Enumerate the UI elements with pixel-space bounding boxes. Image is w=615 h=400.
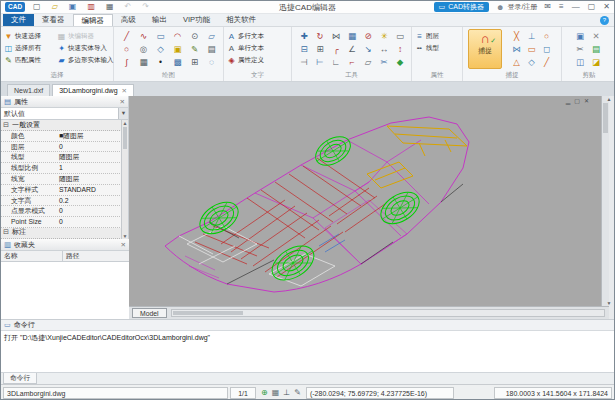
mdi-restore-icon[interactable]: ▢ <box>574 97 580 104</box>
snap-toggle-icon[interactable]: ⊕ <box>261 387 268 399</box>
redo-icon[interactable]: ↷ <box>142 2 149 12</box>
spline-icon[interactable]: ∫ <box>118 56 135 69</box>
mdi-minimize-icon[interactable]: ▁ <box>566 97 571 104</box>
tab-related-software[interactable]: 相关软件 <box>218 14 264 26</box>
break-icon[interactable]: ∟ <box>328 56 344 69</box>
circle-icon[interactable]: ○ <box>118 43 135 56</box>
match-properties-button[interactable]: ✎匹配属性 <box>4 54 41 66</box>
properties-scrollbar[interactable]: ▲ ▼ <box>121 120 128 239</box>
login-register-button[interactable]: ☻ 登录/注册 <box>496 2 537 12</box>
properties-selector[interactable]: 默认值 ▼ <box>1 108 128 120</box>
new-file-icon[interactable]: ▢ <box>33 2 41 12</box>
tab-advanced[interactable]: 高级 <box>113 14 144 26</box>
snap-endpoint-icon[interactable]: ◻ <box>539 43 554 56</box>
section-dimension[interactable]: ⊟ 标注 <box>1 228 122 239</box>
property-row[interactable]: 文字样式 STANDARD <box>1 185 122 196</box>
copy-object-icon[interactable]: ⊟ <box>296 43 312 56</box>
parallelogram-icon[interactable]: ▱ <box>203 30 220 43</box>
scroll-up-icon[interactable]: ▲ <box>122 120 128 126</box>
layer-button[interactable]: ≡图层 <box>415 30 439 42</box>
line-icon[interactable]: ╱ <box>118 30 135 43</box>
export-pdf-icon[interactable]: ▥ <box>87 2 95 12</box>
quick-entity-import-button[interactable]: ✦快速实体导入 <box>57 42 114 54</box>
rectangle-icon[interactable]: ▭ <box>152 30 169 43</box>
gradient-icon[interactable]: ▩ <box>169 56 186 69</box>
donut-icon[interactable]: ◎ <box>135 43 152 56</box>
snap-tangent-icon[interactable]: △ <box>509 56 524 69</box>
block-editor-button[interactable]: ▦块编辑器 <box>57 30 114 42</box>
save-icon[interactable]: ▣ <box>69 2 77 12</box>
tab-file[interactable]: 文件 <box>3 14 34 26</box>
lengthen-icon[interactable]: ↔ <box>376 43 392 56</box>
property-row[interactable]: Point Size 0 <box>1 217 122 228</box>
canvas-vertical-scrollbar[interactable]: ▲ ▼ <box>601 96 609 306</box>
snap-parallel-icon[interactable]: ╱ <box>539 56 554 69</box>
scale-icon[interactable]: ↕ <box>392 43 408 56</box>
snap-quadrant-icon[interactable]: ◇ <box>524 56 539 69</box>
open-folder-icon[interactable]: ▱ <box>52 2 58 12</box>
join-icon[interactable]: ⌐ <box>344 56 360 69</box>
mdi-close-icon[interactable]: ✕ <box>584 97 589 104</box>
property-row[interactable]: 线型 随图层 <box>1 152 122 163</box>
help-icon[interactable]: ? <box>600 16 609 25</box>
stretch-icon[interactable]: ↘ <box>360 43 376 56</box>
arc-icon[interactable]: ◠ <box>169 30 186 43</box>
tab-editor[interactable]: 编辑器 <box>73 14 114 26</box>
explode-icon[interactable]: ✳ <box>376 30 392 43</box>
close-tab-icon[interactable]: ✕ <box>122 85 127 96</box>
point-icon[interactable]: • <box>152 56 169 69</box>
chevron-down-icon[interactable]: ▼ <box>118 108 128 119</box>
undo-icon[interactable]: ↶ <box>125 2 132 12</box>
mirror-icon[interactable]: ⋈ <box>328 30 344 43</box>
cad-converter-button[interactable]: ▭ CAD转换器 <box>434 2 489 12</box>
collapse-icon[interactable]: ⊟ <box>3 120 9 130</box>
fillet-icon[interactable]: ╭ <box>328 43 344 56</box>
close-icon[interactable]: ✕ <box>603 2 610 12</box>
tab-viewer[interactable]: 查看器 <box>34 14 73 26</box>
property-row[interactable]: 文字高 0.2 <box>1 196 122 207</box>
property-row[interactable]: 颜色 ■随图层 <box>1 131 122 142</box>
paste-icon[interactable]: ▤ <box>588 43 604 56</box>
array-icon[interactable]: ▦ <box>344 30 360 43</box>
revision-cloud-icon[interactable]: ◌ <box>203 56 220 69</box>
favorites-list[interactable] <box>1 262 129 319</box>
erase-icon[interactable]: ⊘ <box>360 30 376 43</box>
sketch-icon[interactable]: ✎ <box>186 43 203 56</box>
snap-toggle-button[interactable]: ∩✓ 捕捉 <box>468 29 502 69</box>
close-panel-icon[interactable]: ✕ <box>120 98 125 106</box>
chamfer-icon[interactable]: ∠ <box>344 43 360 56</box>
canvas-horizontal-scrollbar[interactable] <box>171 309 605 317</box>
ortho-toggle-icon[interactable]: ⊥ <box>283 387 290 399</box>
grid-toggle-icon[interactable]: ▦ <box>272 387 280 399</box>
circle-2p-icon[interactable]: ⊙ <box>186 30 203 43</box>
cut-icon[interactable]: ✂ <box>572 43 588 56</box>
hatch-icon[interactable]: ▦ <box>135 56 152 69</box>
offset-icon[interactable]: ▭ <box>392 30 408 43</box>
table-icon[interactable]: ▤ <box>203 43 220 56</box>
snap-intersection-icon[interactable]: ╳ <box>509 30 524 43</box>
scroll-up-icon[interactable]: ▲ <box>606 96 613 102</box>
tab-vip[interactable]: VIP功能 <box>175 14 218 26</box>
property-row[interactable]: 点显示模式 0 <box>1 206 122 217</box>
measure-icon[interactable]: ✂ <box>376 56 392 69</box>
snap-midpoint-icon[interactable]: ▭ <box>524 43 539 56</box>
align-icon[interactable]: ▱ <box>360 56 376 69</box>
property-row[interactable]: 线宽 随图层 <box>1 174 122 185</box>
collapse-icon[interactable]: ⊟ <box>3 227 9 238</box>
tab-output[interactable]: 输出 <box>144 14 175 26</box>
doc-tab-lamborgini[interactable]: 3DLamborgini.dwg ✕ <box>52 84 134 96</box>
linetype-button[interactable]: ╍线型 <box>415 42 439 54</box>
delete-icon[interactable]: ✕ <box>588 30 604 43</box>
polyline-icon[interactable]: ∿ <box>135 30 152 43</box>
region-icon[interactable]: ⊞ <box>186 56 203 69</box>
paste-as-block-icon[interactable]: ◪ <box>588 56 604 69</box>
command-line-output[interactable]: 打开 "D:\迅捷\XunjieCADEditor\CADEditorOcx\3… <box>1 331 614 372</box>
rotate-icon[interactable]: ↻ <box>312 30 328 43</box>
model-space-tab[interactable]: Model <box>132 308 167 318</box>
minimize-icon[interactable]: — <box>572 2 580 12</box>
print-icon[interactable]: ▦ <box>106 2 114 12</box>
feedback-icon[interactable]: ✉ <box>544 2 551 12</box>
paste-object-icon[interactable]: ⊞ <box>312 43 328 56</box>
close-panel-icon[interactable]: ✕ <box>121 241 126 249</box>
multiline-text-button[interactable]: A多行文本 <box>227 30 264 42</box>
